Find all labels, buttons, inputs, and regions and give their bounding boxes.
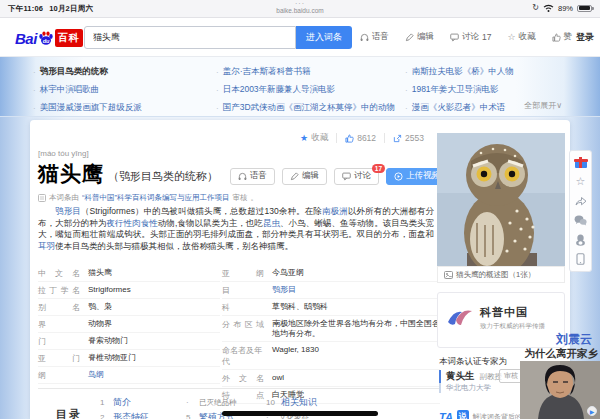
nav-edit-button[interactable]: 编辑 xyxy=(405,31,434,43)
toc-column-1: 1简介 2形态特征 xyxy=(100,395,149,419)
infobox-label: 亚纲 xyxy=(222,268,272,279)
entry-link[interactable]: 夜行性肉食性 xyxy=(106,218,157,228)
logo-bai-text: Bai xyxy=(15,30,37,47)
disambiguation-item[interactable]: ·美国漫威漫画旗下超级反派 xyxy=(33,99,142,117)
disambiguation-label[interactable]: 1981年姜大卫导演电影 xyxy=(412,84,499,96)
infobox-row: 目鸮形目 xyxy=(222,282,440,299)
disambiguation-item[interactable]: ·林宇中演唱歌曲 xyxy=(33,81,142,99)
like-stat-button[interactable]: 8612 xyxy=(336,133,384,143)
expert-name[interactable]: 黄头生 xyxy=(446,370,475,383)
infobox-right-column: 亚纲今鸟亚纲 目鸮形目 科草鸮科、鸱鸮科 分布区域南极地区除外全世界各地均有分布… xyxy=(222,265,440,404)
infobox-label: 中文名 xyxy=(38,268,88,279)
wifi-icon xyxy=(543,4,554,12)
lead-paragraph: 鸮形目（Strigiformes）中的鸟被叫做猫头鹰，总数超过130余种。在除南… xyxy=(38,206,434,252)
infobox-row: 门脊索动物门 xyxy=(38,333,220,350)
disambiguation-item[interactable]: ·鸮形目鸟类的统称 xyxy=(33,63,142,81)
share-stat-button[interactable]: 2553 xyxy=(384,133,432,143)
overlay-action-icon[interactable]: ▶ xyxy=(587,406,597,416)
share-forward-icon[interactable] xyxy=(574,195,587,208)
toc-label: 目录 xyxy=(56,407,82,419)
expert-name-row[interactable]: 黄头生 副教授 xyxy=(439,370,502,383)
speaker-photo[interactable]: ▶ xyxy=(520,361,600,419)
paragraph-text: 使本目鸟类的头部与猫极其相似，故俗称猫头鹰，别名神猫鹰。 xyxy=(55,241,293,251)
infobox-value-link[interactable]: 鸮形目 xyxy=(272,285,296,296)
disambiguation-item[interactable]: ·日本2003年新藤兼人导演电影 xyxy=(216,81,395,99)
infobox-label: 门 xyxy=(38,336,88,347)
disambiguation-label[interactable]: 盖尔·吉本斯著科普书籍 xyxy=(223,66,311,78)
gift-icon[interactable] xyxy=(574,156,587,169)
image-caption-bar[interactable]: 猫头鹰的概述图（1张） xyxy=(437,266,565,283)
infobox-value: Strigiformes xyxy=(88,285,131,296)
mobile-phone-icon[interactable] xyxy=(574,253,587,266)
toc-item[interactable]: 10相关知识 xyxy=(266,395,317,410)
discuss-button[interactable]: 讨论 17 xyxy=(334,168,379,185)
entry-link[interactable]: 昆虫 xyxy=(263,218,280,228)
disambiguation-item[interactable]: ·1981年姜大卫导演电影 xyxy=(405,81,514,99)
toc-item[interactable]: 1简介 xyxy=(100,395,149,410)
video-overlay[interactable]: 刘震云 为什么离开家乡 ▶ xyxy=(505,328,600,419)
nav-voice-button[interactable]: 语音 xyxy=(360,31,389,43)
infobox-value: 脊椎动物亚门 xyxy=(88,353,136,364)
infobox-row: 分布区域南极地区除外全世界各地均有分布，中国全国各地均有分布。 xyxy=(222,316,440,342)
favorite-stat-button[interactable]: ★收藏 xyxy=(292,132,336,144)
nav-like-label: 赞 xyxy=(564,31,573,43)
infobox-label: 命名者及年代 xyxy=(222,345,272,367)
infobox-value-link[interactable]: 鸟纲 xyxy=(88,370,104,381)
baidu-baike-logo[interactable]: Bai du 百科 xyxy=(15,27,83,49)
disambiguation-label[interactable]: 美国漫威漫画旗下超级反派 xyxy=(40,102,142,114)
disambiguation-label[interactable]: 南斯拉夫电影《桥》中人物 xyxy=(412,66,514,78)
infobox-label: 亚门 xyxy=(38,353,88,364)
disambiguation-label[interactable]: 日本2003年新藤兼人导演电影 xyxy=(223,84,335,96)
toc-subitem[interactable]: ·已灭绝品种 xyxy=(186,395,237,410)
url-text[interactable]: baike.baidu.com xyxy=(0,7,600,15)
nav-favorite-button[interactable]: ☆ 收藏 xyxy=(507,31,535,43)
owl-summary-image[interactable] xyxy=(437,133,565,266)
wechat-icon[interactable] xyxy=(574,214,587,227)
infobox-label: 分布区域 xyxy=(222,319,272,339)
bullet-icon: · xyxy=(216,68,219,77)
enter-entry-button[interactable]: 进入词条 xyxy=(296,26,352,49)
infobox-value: 脊索动物门 xyxy=(88,336,128,347)
toc-link[interactable]: 形态特征 xyxy=(113,411,149,419)
nav-like-button[interactable]: 赞 xyxy=(552,31,573,43)
nav-discuss-label: 讨论 xyxy=(462,31,479,43)
disambiguation-item[interactable]: ·盖尔·吉本斯著科普书籍 xyxy=(216,63,395,81)
infobox-row: 中文名猫头鹰 xyxy=(38,265,220,282)
toc-link[interactable]: 已灭绝品种 xyxy=(199,398,237,408)
share-rail: ☆ xyxy=(569,150,592,272)
toc-item[interactable]: 2形态特征 xyxy=(100,410,149,419)
voice-button-label: 语音 xyxy=(250,170,267,182)
toc-link[interactable]: 相关知识 xyxy=(281,396,317,409)
toc-number: 2 xyxy=(100,413,107,419)
expand-all-button[interactable]: 全部展开∨ xyxy=(524,100,562,111)
bullet-icon: · xyxy=(405,104,408,113)
image-caption-text: 猫头鹰的概述图（1张） xyxy=(456,270,535,280)
disambiguation-label[interactable]: 林宇中演唱歌曲 xyxy=(40,84,100,96)
disambiguation-label[interactable]: 漫画《火影忍者》中术语 xyxy=(412,102,506,114)
toc-number: 1 xyxy=(100,398,107,407)
disambiguation-item[interactable]: ·国产3D武侠动画《画江湖之杯莫停》中的动物 xyxy=(216,99,395,117)
baike-header: Bai du 百科 进入词条 语音 编辑 讨论17 ☆ 收藏 xyxy=(0,18,600,57)
search-input[interactable] xyxy=(84,26,296,49)
login-button[interactable]: 登录 xyxy=(576,31,594,44)
notice-project-link[interactable]: “科普中国”科学百科词条编写与应用工作项目 xyxy=(82,193,230,203)
thumb-up-icon xyxy=(345,134,354,143)
home-indicator[interactable] xyxy=(222,411,378,416)
edit-button[interactable]: 编辑 xyxy=(282,168,327,185)
disambiguation-item[interactable]: ·南斯拉夫电影《桥》中人物 xyxy=(405,63,514,81)
qq-icon[interactable] xyxy=(574,234,587,247)
disambiguation-label[interactable]: 国产3D武侠动画《画江湖之杯莫停》中的动物 xyxy=(223,102,395,114)
entry-link[interactable]: 南极洲 xyxy=(322,206,348,216)
expand-all-label: 全部展开 xyxy=(524,101,556,110)
infobox-label: 界 xyxy=(38,319,88,330)
disambiguation-label[interactable]: 鸮形目鸟类的统称 xyxy=(40,66,108,78)
favorite-star-icon[interactable]: ☆ xyxy=(574,175,587,188)
battery-icon xyxy=(577,5,592,12)
tab-indicator[interactable]: ··· baike.baidu.com xyxy=(0,1,600,15)
entry-link[interactable]: 耳羽 xyxy=(38,241,55,251)
nav-discuss-button[interactable]: 讨论17 xyxy=(450,31,491,43)
entry-link[interactable]: 鸮形目 xyxy=(55,206,81,216)
toc-link[interactable]: 简介 xyxy=(113,396,131,409)
voice-button[interactable]: 语音 xyxy=(230,168,275,185)
disambiguation-item[interactable]: ·漫画《火影忍者》中术语 xyxy=(405,99,514,117)
